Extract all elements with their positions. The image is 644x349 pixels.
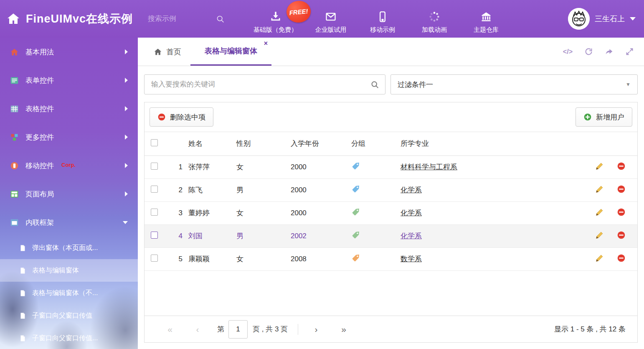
- row-checkbox[interactable]: [151, 163, 158, 170]
- major-link[interactable]: 化学系: [401, 232, 422, 240]
- cell-year: 2000: [291, 201, 351, 224]
- share-icon[interactable]: [605, 47, 614, 56]
- cell-year: 2008: [291, 247, 351, 270]
- add-user-button[interactable]: 新增用户: [576, 107, 632, 127]
- col-header-gender: 性别: [236, 132, 291, 155]
- filter-dropdown[interactable]: 过滤条件一 ▼: [390, 74, 638, 94]
- tag-icon: [351, 161, 360, 171]
- delete-icon[interactable]: [617, 185, 626, 194]
- sidebar-item-label: 移动控件: [25, 161, 54, 171]
- spinner-icon: [428, 10, 440, 23]
- chevron-down-icon: [123, 221, 128, 224]
- edit-icon[interactable]: [595, 162, 604, 171]
- file-icon: [19, 335, 26, 342]
- major-link[interactable]: 化学系: [401, 186, 422, 194]
- header-search-input[interactable]: [147, 14, 216, 23]
- sidebar-item-label: 表单控件: [25, 76, 54, 85]
- nav-loading-animation[interactable]: 加载动画: [416, 4, 453, 34]
- edit-icon[interactable]: [595, 231, 604, 239]
- row-checkbox[interactable]: [151, 255, 158, 262]
- col-header-group: 分组: [351, 132, 401, 155]
- page-number-input[interactable]: [228, 320, 248, 339]
- home-icon: [10, 48, 19, 56]
- edit-icon[interactable]: [595, 254, 604, 262]
- select-all-checkbox[interactable]: [151, 139, 158, 146]
- fullscreen-icon[interactable]: [625, 47, 634, 56]
- delete-icon[interactable]: [617, 254, 626, 262]
- edit-icon[interactable]: [595, 185, 604, 194]
- nav-theme-repo[interactable]: 主题仓库: [468, 4, 505, 34]
- home-icon: [7, 12, 20, 25]
- row-checkbox[interactable]: [151, 209, 158, 216]
- row-number: 1: [167, 155, 188, 178]
- app-header: FineUIMvc在线示例 FREE! 基础版（免费） 企业版试用 移动示例: [0, 0, 644, 38]
- delete-icon[interactable]: [617, 231, 626, 239]
- source-code-icon[interactable]: </>: [563, 48, 573, 56]
- search-icon[interactable]: [216, 15, 225, 23]
- sidebar-subitem-label: 子窗口向父窗口传值: [32, 311, 92, 320]
- next-page-icon[interactable]: ›: [302, 324, 330, 334]
- sidebar-item-basic-usage[interactable]: 基本用法: [0, 38, 138, 66]
- sidebar-subitem-child-to-parent-2[interactable]: 子窗口向父窗口传值...: [0, 327, 138, 349]
- cell-gender: 男: [236, 178, 291, 201]
- chevron-down-icon: ▼: [626, 82, 631, 87]
- keyword-search-input[interactable]: [150, 80, 370, 89]
- row-number: 3: [167, 201, 188, 224]
- page-label-suffix: 页 , 共 3 页: [253, 324, 288, 334]
- cell-name: 陈飞: [188, 178, 236, 201]
- row-number: 4: [167, 224, 188, 247]
- table-row[interactable]: 4 刘国 男 2002 化学系: [145, 224, 637, 247]
- sidebar-item-grid-controls[interactable]: 表格控件: [0, 94, 138, 123]
- tab-grid-edit-window[interactable]: 表格与编辑窗体 ×: [190, 38, 271, 66]
- row-checkbox[interactable]: [151, 186, 158, 193]
- search-icon[interactable]: [370, 80, 379, 89]
- sidebar-item-page-layout[interactable]: 页面布局: [0, 180, 138, 208]
- user-menu[interactable]: 三生石上: [568, 8, 636, 30]
- sidebar-item-mobile-controls[interactable]: 移动控件 Corp.: [0, 151, 138, 180]
- close-tab-icon[interactable]: ×: [264, 40, 268, 47]
- tab-bar: 首页 表格与编辑窗体 × </>: [138, 38, 644, 66]
- delete-icon[interactable]: [617, 208, 626, 217]
- sidebar-subitem-child-to-parent[interactable]: 子窗口向父窗口传值: [0, 304, 138, 327]
- sidebar-item-form-controls[interactable]: 表单控件: [0, 66, 138, 94]
- delete-icon[interactable]: [617, 162, 626, 171]
- sidebar-item-iframe[interactable]: 内联框架: [0, 208, 138, 237]
- tab-home[interactable]: 首页: [145, 38, 190, 66]
- major-link[interactable]: 材料科学与工程系: [401, 163, 457, 171]
- col-header-actions: [584, 132, 637, 155]
- table-row[interactable]: 5 康颖颖 女 2008 数学系: [145, 247, 637, 270]
- edit-icon[interactable]: [595, 208, 604, 217]
- major-link[interactable]: 数学系: [401, 255, 422, 263]
- cell-gender: 男: [236, 224, 291, 247]
- refresh-icon[interactable]: [584, 47, 593, 56]
- sidebar-subitem-grid-edit-window[interactable]: 表格与编辑窗体: [0, 259, 138, 282]
- row-checkbox[interactable]: [151, 232, 158, 239]
- table-row[interactable]: 3 董婷婷 女 2000 化学系: [145, 201, 637, 224]
- sidebar-item-label: 页面布局: [25, 189, 54, 199]
- first-page-icon[interactable]: «: [156, 324, 184, 334]
- col-header-num: [167, 132, 188, 155]
- nav-label: 移动示例: [370, 26, 395, 34]
- nav-enterprise-trial[interactable]: 企业版试用: [312, 4, 349, 34]
- tag-icon: [351, 253, 360, 262]
- prev-page-icon[interactable]: ‹: [184, 324, 211, 334]
- sidebar-subitem-label: 表格与编辑窗体（不...: [32, 289, 98, 298]
- major-link[interactable]: 化学系: [401, 209, 422, 217]
- table-row[interactable]: 2 陈飞 男 2000 化学系: [145, 178, 637, 201]
- app-title: FineUIMvc在线示例: [26, 11, 133, 26]
- nav-mobile-demo[interactable]: 移动示例: [364, 4, 401, 34]
- delete-selected-button[interactable]: 删除选中项: [150, 107, 213, 127]
- header-search: [147, 14, 237, 23]
- blocks-icon: [10, 133, 19, 142]
- table-row[interactable]: 1 张萍萍 女 2000 材料科学与工程系: [145, 155, 637, 178]
- sidebar-item-label: 内联框架: [25, 218, 54, 227]
- mobile-icon: [377, 10, 388, 23]
- nav-label: 加载动画: [422, 26, 447, 34]
- app-logo: FineUIMvc在线示例: [0, 11, 133, 26]
- sidebar-item-more-controls[interactable]: 更多控件: [0, 123, 138, 151]
- last-page-icon[interactable]: »: [330, 324, 357, 334]
- sidebar-subitem-popup-window[interactable]: 弹出窗体（本页面或...: [0, 237, 138, 259]
- sidebar-subitem-grid-edit-window-2[interactable]: 表格与编辑窗体（不...: [0, 282, 138, 304]
- button-label: 新增用户: [596, 112, 624, 122]
- row-number: 2: [167, 178, 188, 201]
